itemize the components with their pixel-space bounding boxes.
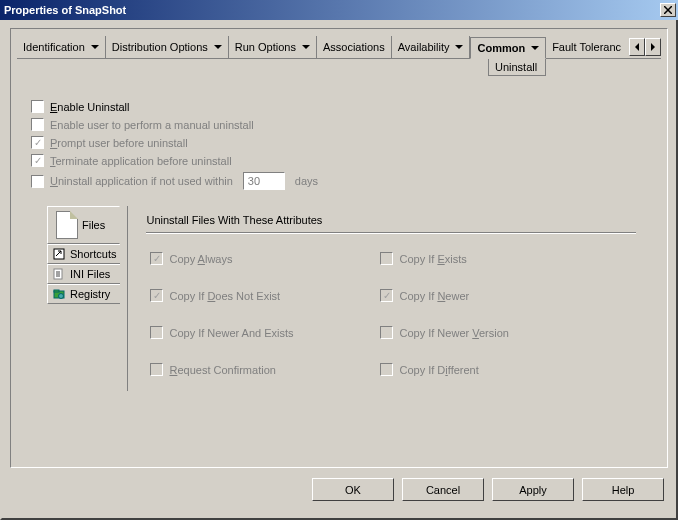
attr-copy-if-does-not-exist-checkbox: ✓ [150,289,163,302]
uninstall-days-checkbox [31,175,44,188]
attr-copy-if-different-label: Copy If Different [399,364,478,376]
prompt-before-checkbox: ✓ [31,136,44,149]
uninstall-days-suffix: days [295,175,318,187]
prompt-before-label: Prompt user before uninstall [50,137,188,149]
side-tab-files[interactable]: Files [47,206,120,244]
svg-point-7 [59,294,64,299]
uninstall-days-label: Uninstall application if not used within [50,175,233,187]
shortcut-icon [52,247,66,261]
chevron-down-icon [531,46,539,50]
attr-copy-if-exists-checkbox [380,252,393,265]
enable-manual-label: Enable user to perform a manual uninstal… [50,119,254,131]
attributes-panel: Files Shortcuts INI Files Registry [31,206,647,391]
tab-bar: Identification Distribution Options Run … [17,35,661,59]
attr-copy-if-exists-label: Copy If Exists [399,253,466,265]
close-button[interactable] [660,3,676,17]
attr-copy-if-newer-and-exists-checkbox [150,326,163,339]
content-area: Enable Uninstall Enable user to perform … [17,59,661,401]
attr-copy-if-newer-checkbox: ✓ [380,289,393,302]
enable-manual-checkbox [31,118,44,131]
tab-availability[interactable]: Availability [392,36,471,58]
attr-copy-always-checkbox: ✓ [150,252,163,265]
triangle-right-icon [651,43,655,51]
attr-copy-always-label: Copy Always [169,253,232,265]
attr-copy-if-newer-and-exists-label: Copy If Newer And Exists [169,327,293,339]
attr-copy-if-does-not-exist-label: Copy If Does Not Exist [169,290,280,302]
tab-scroll-right[interactable] [645,38,661,56]
tab-run-options[interactable]: Run Options [229,36,317,58]
cancel-button[interactable]: Cancel [402,478,484,501]
chevron-down-icon [91,45,99,49]
chevron-down-icon [214,45,222,49]
ini-icon [52,267,66,281]
attr-request-confirmation-checkbox [150,363,163,376]
titlebar: Properties of SnapShot [0,0,678,20]
tab-distribution-options[interactable]: Distribution Options [106,36,229,58]
tab-common-submenu[interactable]: Uninstall [488,59,546,76]
svg-rect-6 [54,290,59,292]
terminate-before-checkbox: ✓ [31,154,44,167]
side-tab-shortcuts[interactable]: Shortcuts [47,244,120,264]
tab-fault-tolerance[interactable]: Fault Toleranc [546,36,627,58]
attr-copy-if-different-checkbox [380,363,393,376]
attr-copy-if-newer-label: Copy If Newer [399,290,469,302]
registry-icon [52,287,66,301]
window-body: Identification Distribution Options Run … [0,20,678,520]
chevron-down-icon [455,45,463,49]
side-tab-ini-files[interactable]: INI Files [47,264,120,284]
ok-button[interactable]: OK [312,478,394,501]
side-tab-registry[interactable]: Registry [47,284,120,304]
attr-request-confirmation-label: Request Confirmation [169,364,275,376]
dialog-buttons: OK Cancel Apply Help [10,478,668,501]
window-title: Properties of SnapShot [4,4,126,16]
enable-uninstall-checkbox[interactable] [31,100,44,113]
tab-associations[interactable]: Associations [317,36,392,58]
chevron-down-icon [302,45,310,49]
triangle-left-icon [635,43,639,51]
enable-uninstall-label: Enable Uninstall [50,101,130,113]
file-icon [56,211,78,239]
tab-identification[interactable]: Identification [17,36,106,58]
tab-scroll-left[interactable] [629,38,645,56]
attr-copy-if-newer-version-label: Copy If Newer Version [399,327,508,339]
attributes-title: Uninstall Files With These Attributes [146,212,636,226]
attr-copy-if-newer-version-checkbox [380,326,393,339]
apply-button[interactable]: Apply [492,478,574,501]
terminate-before-label: Terminate application before uninstall [50,155,232,167]
tab-common[interactable]: Common [470,37,546,59]
separator [146,232,636,233]
uninstall-days-input: 30 [243,172,285,190]
help-button[interactable]: Help [582,478,664,501]
